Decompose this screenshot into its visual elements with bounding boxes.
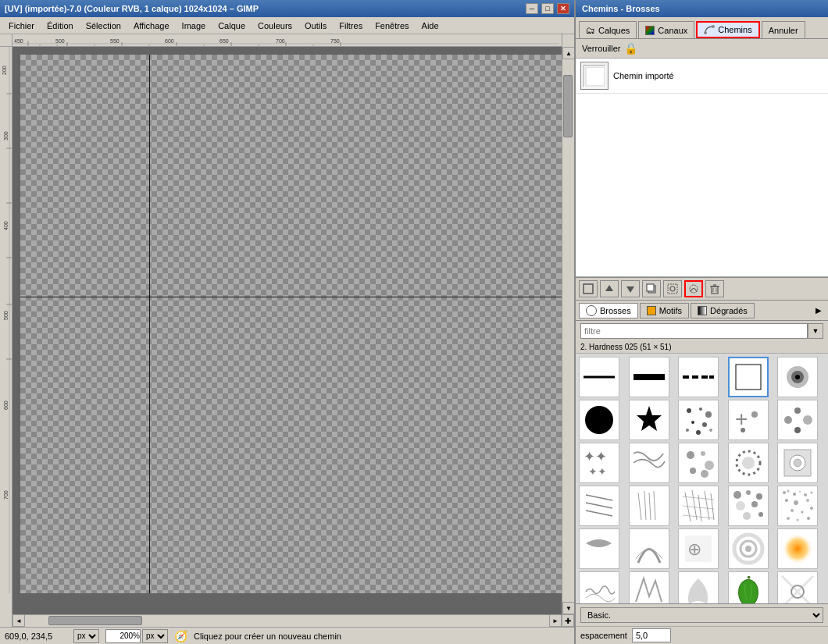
svg-point-126 xyxy=(793,493,796,496)
tab-calques[interactable]: 🗂 Calques xyxy=(579,21,637,38)
hscroll-left-arrow[interactable]: ◄ xyxy=(12,614,25,627)
hscroll-row: ◄ ► ✚ xyxy=(0,614,574,627)
close-button[interactable]: ✕ xyxy=(557,3,569,14)
brush-cell-20[interactable] xyxy=(579,528,619,569)
menu-couleurs[interactable]: Couleurs xyxy=(252,19,298,33)
svg-text:✦✦: ✦✦ xyxy=(588,465,607,478)
brush-cell-5[interactable] xyxy=(579,400,619,440)
brush-cell-23[interactable] xyxy=(728,528,769,569)
svg-text:200: 200 xyxy=(2,66,7,75)
menu-image[interactable]: Image xyxy=(177,19,212,33)
menu-edition[interactable]: Édition xyxy=(41,19,79,33)
svg-point-81 xyxy=(696,430,701,435)
minimize-button[interactable]: ─ xyxy=(526,3,538,14)
svg-point-117 xyxy=(746,490,751,495)
path-list[interactable]: Chemin importé xyxy=(576,59,828,121)
menu-aide[interactable]: Aide xyxy=(416,19,444,33)
menu-calque[interactable]: Calque xyxy=(212,19,251,33)
tab-brosses[interactable]: Brosses xyxy=(579,303,638,318)
path-name: Chemin importé xyxy=(613,71,674,80)
degrades-swatch xyxy=(698,306,707,315)
vscroll-thumb[interactable] xyxy=(563,75,573,137)
brush-cell-21[interactable] xyxy=(629,528,669,569)
brush-cell-2[interactable] xyxy=(678,357,719,397)
menu-filtres[interactable]: Filtres xyxy=(334,19,368,33)
menu-outils[interactable]: Outils xyxy=(299,19,332,33)
lower-path-button[interactable] xyxy=(621,280,640,297)
menu-affichage[interactable]: Affichage xyxy=(128,19,175,33)
maximize-button[interactable]: □ xyxy=(541,3,554,14)
brush-cell-28[interactable] xyxy=(728,571,769,603)
spacing-input[interactable] xyxy=(632,628,671,642)
paths-icon xyxy=(704,23,715,36)
vscroll-track[interactable] xyxy=(562,59,574,602)
vscroll-up-arrow[interactable]: ▲ xyxy=(562,47,574,59)
zoom-input[interactable] xyxy=(105,629,141,643)
brush-cell-19[interactable] xyxy=(777,486,818,526)
hscroll-right-arrow[interactable]: ► xyxy=(549,614,562,627)
path-thumbnail xyxy=(580,62,609,90)
brush-cell-13[interactable] xyxy=(728,443,769,483)
brush-cell-27[interactable] xyxy=(678,571,719,603)
svg-point-69 xyxy=(795,375,800,379)
svg-point-132 xyxy=(806,499,809,502)
brush-cell-12[interactable] xyxy=(678,443,719,483)
zoom-unit-select[interactable]: px xyxy=(142,629,168,643)
svg-text:750: 750 xyxy=(330,38,340,44)
tab-chemins[interactable]: Chemins xyxy=(696,21,759,38)
brush-cell-8[interactable]: + xyxy=(728,400,769,440)
status-coords: 609,0, 234,5 xyxy=(5,632,67,641)
expand-brush-panel[interactable]: ▶ xyxy=(812,303,825,318)
tab-canaux[interactable]: Canaux xyxy=(638,21,694,38)
svg-text:600: 600 xyxy=(3,400,9,410)
menu-selection[interactable]: Sélection xyxy=(80,19,127,33)
sel-to-path-button[interactable] xyxy=(684,280,703,297)
hscroll-thumb[interactable] xyxy=(48,616,142,625)
brush-cell-3[interactable] xyxy=(728,357,769,397)
brush-cell-29[interactable] xyxy=(777,571,818,603)
scroll-corner-br[interactable]: ✚ xyxy=(562,614,574,627)
brush-cell-10[interactable]: ✦✦ ✦✦ xyxy=(579,443,619,483)
v-scrollbar[interactable]: ▲ ▼ xyxy=(562,47,574,614)
brush-cell-9[interactable] xyxy=(777,400,818,440)
brush-cell-25[interactable] xyxy=(579,571,619,603)
brush-cell-6[interactable] xyxy=(629,400,669,440)
brush-cell-1[interactable] xyxy=(629,357,669,397)
menu-fichier[interactable]: Fichier xyxy=(3,19,40,33)
brush-cell-26[interactable] xyxy=(629,571,669,603)
brush-cell-14[interactable] xyxy=(777,443,818,483)
tab-degrades[interactable]: Dégradés xyxy=(691,303,755,318)
brush-cell-7[interactable] xyxy=(678,400,719,440)
brush-category-select[interactable]: Basic. xyxy=(580,607,823,623)
brush-filter-input[interactable] xyxy=(580,323,808,339)
delete-path-button[interactable] xyxy=(705,280,724,297)
hscroll-track[interactable] xyxy=(25,614,549,627)
brush-cell-24[interactable] xyxy=(777,528,818,569)
brush-cell-15[interactable] xyxy=(579,486,619,526)
brush-cell-22[interactable]: ⊕ xyxy=(678,528,719,569)
dupe-path-button[interactable] xyxy=(642,280,661,297)
brush-filter-dropdown[interactable]: ▼ xyxy=(808,323,823,339)
status-unit-select[interactable]: px xyxy=(73,629,99,643)
tab-annuler[interactable]: Annuler xyxy=(762,21,805,38)
brush-cell-4[interactable] xyxy=(777,357,818,397)
svg-point-100 xyxy=(690,468,696,474)
tab-motifs[interactable]: Motifs xyxy=(640,303,689,318)
vscroll-down-arrow[interactable]: ▼ xyxy=(562,602,574,614)
menu-fenetres[interactable]: Fenêtres xyxy=(369,19,414,33)
new-path-button[interactable] xyxy=(579,280,598,297)
brush-cell-16[interactable] xyxy=(629,486,669,526)
brush-cell-11[interactable] xyxy=(629,443,669,483)
raise-path-button[interactable] xyxy=(600,280,619,297)
brush-cell-0[interactable] xyxy=(579,357,619,397)
ruler-corner xyxy=(0,34,12,47)
svg-rect-65 xyxy=(737,366,759,388)
brush-grid[interactable]: + ✦✦ ✦✦ xyxy=(576,354,828,603)
path-to-sel-button[interactable] xyxy=(663,280,682,297)
brush-cell-17[interactable] xyxy=(678,486,719,526)
brush-cell-18[interactable] xyxy=(728,486,769,526)
canvas-area[interactable] xyxy=(12,47,562,614)
svg-point-124 xyxy=(783,491,786,494)
path-item[interactable]: Chemin importé xyxy=(576,59,828,94)
motifs-swatch xyxy=(647,306,656,315)
